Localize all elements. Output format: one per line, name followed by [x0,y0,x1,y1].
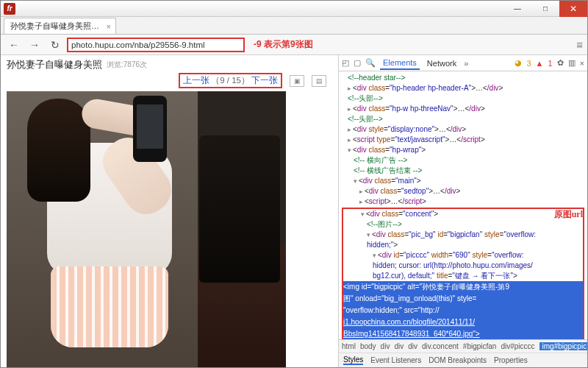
pager: 上一张 （9 / 15） 下一张 ▣ ▤ [1,71,338,91]
address-bar[interactable]: photo.hupu.com/nba/p29556-9.html [67,38,245,52]
views-count: 浏览:7876次 [107,60,147,70]
tabs-more[interactable]: » [464,59,468,68]
drawer-icon[interactable]: ▥ [568,58,576,68]
next-link[interactable]: 下一张 [251,75,278,86]
close-button[interactable]: ✕ [559,1,587,17]
breadcrumb[interactable]: htmlbodydivdivdivdiv.concent#bigpicfandi… [339,339,587,353]
tab-network[interactable]: Network [424,57,459,69]
annotation-src: 原图url [554,209,583,219]
chrome-window: fr — □ ✕ 孙悦妻子自曝健身美照… × ← → ↻ photo.hupu.… [0,0,588,368]
slideshow-icon[interactable]: ▣ [290,75,304,87]
elements-tree[interactable]: <!--header star--> <div class="hp-header… [339,71,587,339]
device-icon[interactable]: ▢ [354,58,361,68]
tab-strip: 孙悦妻子自曝健身美照… × [1,17,587,35]
highlighted-dom-box: <div class="concent"> 原图url <!--图片--> <d… [342,208,584,339]
reload-button[interactable]: ↻ [46,37,64,53]
browser-tab[interactable]: 孙悦妻子自曝健身美照… × [4,18,116,34]
search-icon[interactable]: 🔍 [365,58,376,68]
grid-icon[interactable]: ▤ [312,75,326,87]
minimize-button[interactable]: — [503,1,531,17]
warn-icon[interactable]: ◕ [514,58,522,68]
main-photo [7,91,286,367]
webpage: 孙悦妻子自曝健身美照 浏览:7876次 上一张 （9 / 15） 下一张 ▣ ▤ [1,55,339,367]
prev-link[interactable]: 上一张 [183,75,209,86]
content-split: 孙悦妻子自曝健身美照 浏览:7876次 上一张 （9 / 15） 下一张 ▣ ▤ [1,55,587,367]
devtools-toolbar: ◰ ▢ 🔍 Elements Network » ◕ 3 ▲ 1 ✿ ▥ × [339,55,587,71]
page-count: （9 / 15） [211,75,250,86]
chrome-menu-button[interactable]: ≡ [576,38,583,51]
page-header: 孙悦妻子自曝健身美照 浏览:7876次 [1,55,338,71]
settings-icon[interactable]: ✿ [557,58,564,68]
annotation-url: -9 表示第9张图 [254,38,313,51]
photo-container [1,91,338,367]
err-count: 1 [548,59,552,68]
tab-close-icon[interactable]: × [107,22,111,31]
window-titlebar: fr — □ ✕ [1,1,587,17]
devtools-panel: ◰ ▢ 🔍 Elements Network » ◕ 3 ▲ 1 ✿ ▥ × <… [339,55,587,367]
inspect-icon[interactable]: ◰ [342,58,349,68]
back-button[interactable]: ← [5,37,23,53]
maximize-button[interactable]: □ [531,1,559,17]
tab-title: 孙悦妻子自曝健身美照… [10,21,99,32]
subpanel-tabs[interactable]: StylesEvent ListenersDOM BreakpointsProp… [339,353,587,367]
err-icon[interactable]: ▲ [536,59,544,68]
page-title: 孙悦妻子自曝健身美照 [7,58,102,71]
app-icon: fr [4,3,15,15]
forward-button[interactable]: → [26,37,43,53]
pager-box: 上一张 （9 / 15） 下一张 [179,73,282,88]
toolbar: ← → ↻ photo.hupu.com/nba/p29556-9.html -… [1,35,587,55]
selected-node[interactable]: <img id="bigpicpic" alt="孙悦妻子自曝健身美照-第9 [343,281,583,293]
tab-elements[interactable]: Elements [380,57,420,70]
warn-count: 3 [526,59,531,68]
devtools-close-icon[interactable]: × [580,59,584,68]
